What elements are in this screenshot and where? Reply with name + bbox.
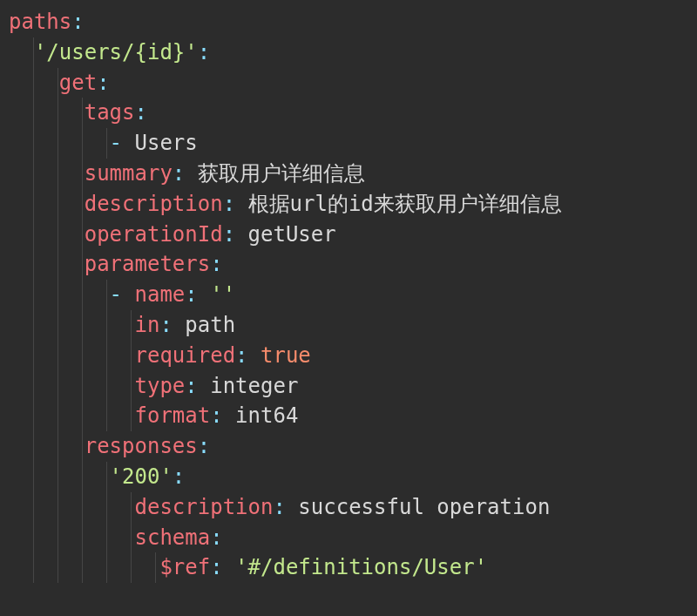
colon: : xyxy=(185,374,197,398)
yaml-key: $ref xyxy=(159,555,210,579)
code-line: parameters: xyxy=(0,249,697,280)
code-line: format: int64 xyxy=(0,401,697,431)
yaml-key: in xyxy=(135,313,160,337)
code-line: responses: xyxy=(0,431,697,462)
code-line: tags: xyxy=(0,98,697,128)
yaml-key: name xyxy=(135,282,186,307)
dash: - xyxy=(110,131,135,155)
colon: : xyxy=(223,192,235,216)
colon: : xyxy=(135,100,147,125)
yaml-key: description xyxy=(135,495,274,519)
yaml-value: integer xyxy=(210,374,298,398)
code-line: $ref: '#/definitions/User' xyxy=(0,552,697,583)
yaml-value xyxy=(198,374,210,398)
code-line: description: 根据url的id来获取用户详细信息 xyxy=(0,189,697,220)
dash: - xyxy=(110,282,135,307)
yaml-value xyxy=(185,161,197,186)
colon: : xyxy=(210,403,222,428)
yaml-bool: true xyxy=(261,343,311,368)
colon: : xyxy=(71,10,84,34)
yaml-key: summary xyxy=(85,161,173,186)
colon: : xyxy=(173,464,185,489)
yaml-string: '200' xyxy=(110,464,173,489)
code-line: in: path xyxy=(0,310,697,341)
yaml-key: format xyxy=(135,403,211,428)
yaml-value xyxy=(235,222,247,247)
yaml-value xyxy=(173,313,185,337)
yaml-key: get xyxy=(59,71,97,95)
yaml-value xyxy=(223,403,235,428)
colon: : xyxy=(198,40,210,64)
code-line: required: true xyxy=(0,341,697,371)
colon: : xyxy=(210,252,222,276)
yaml-key: operationId xyxy=(85,222,223,247)
code-line: - Users xyxy=(0,128,697,159)
yaml-key: tags xyxy=(85,100,135,125)
yaml-value: 获取用户详细信息 xyxy=(198,161,365,186)
yaml-value xyxy=(235,192,247,216)
yaml-key: parameters xyxy=(85,252,211,276)
code-line: operationId: getUser xyxy=(0,220,697,250)
yaml-key: responses xyxy=(85,434,198,458)
yaml-key: type xyxy=(135,374,186,398)
code-line: schema: xyxy=(0,523,697,553)
yaml-value: path xyxy=(185,313,235,337)
colon: : xyxy=(235,343,247,368)
code-line: summary: 获取用户详细信息 xyxy=(0,159,697,189)
yaml-string: '/users/{id}' xyxy=(34,40,198,64)
colon: : xyxy=(210,555,222,579)
colon: : xyxy=(273,495,285,519)
code-line: type: integer xyxy=(0,371,697,402)
colon: : xyxy=(185,282,197,307)
colon: : xyxy=(210,525,222,550)
yaml-value: getUser xyxy=(248,222,336,247)
yaml-value: Users xyxy=(135,131,198,155)
colon: : xyxy=(198,434,210,458)
yaml-value: successful operation xyxy=(298,495,550,519)
colon: : xyxy=(159,313,172,337)
yaml-string: '#/definitions/User' xyxy=(235,555,487,579)
yaml-key: description xyxy=(85,192,223,216)
code-line: '/users/{id}': xyxy=(0,37,697,68)
yaml-key: paths xyxy=(9,10,71,34)
yaml-key: required xyxy=(135,343,236,368)
colon: : xyxy=(173,161,185,186)
code-line: paths: xyxy=(0,7,697,37)
yaml-value: 根据url的id来获取用户详细信息 xyxy=(248,192,562,216)
yaml-value xyxy=(223,555,235,579)
code-line: - name: '' xyxy=(0,280,697,310)
colon: : xyxy=(97,71,109,95)
yaml-string: '' xyxy=(210,282,235,307)
yaml-key: schema xyxy=(135,525,211,550)
yaml-value xyxy=(286,495,298,519)
yaml-value xyxy=(198,282,210,307)
yaml-value: int64 xyxy=(235,403,298,428)
code-line: get: xyxy=(0,68,697,98)
code-line: description: successful operation xyxy=(0,492,697,523)
colon: : xyxy=(223,222,235,247)
yaml-code-block: paths: '/users/{id}': get: tags: - Users… xyxy=(0,7,697,583)
code-line: '200': xyxy=(0,462,697,492)
yaml-value xyxy=(248,343,261,368)
